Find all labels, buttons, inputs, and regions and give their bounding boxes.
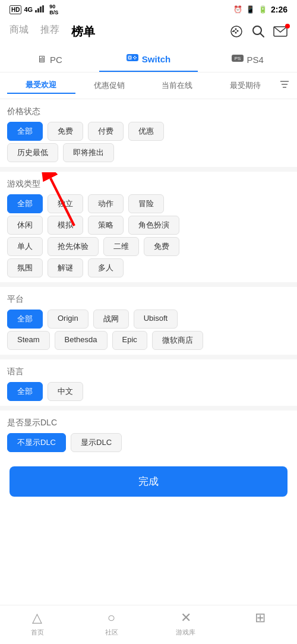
signal-bars xyxy=(35,5,47,14)
complete-button[interactable]: 完成 xyxy=(10,466,287,497)
filter-icon[interactable] xyxy=(279,80,290,91)
svg-rect-0 xyxy=(35,10,37,12)
svg-point-6 xyxy=(235,29,237,30)
platform-tag-microsoft[interactable]: 微软商店 xyxy=(152,331,203,350)
status-right: ⏰ 📱 🔋 2:26 xyxy=(233,5,287,14)
platform-tag-ubisoft[interactable]: Ubisoft xyxy=(134,310,178,329)
svg-rect-3 xyxy=(42,5,44,12)
gamepad-icon[interactable] xyxy=(229,26,244,40)
bottom-nav-community[interactable]: ○ 社区 xyxy=(74,610,148,637)
language-tag-chinese[interactable]: 中文 xyxy=(48,382,83,401)
game-type-rpg[interactable]: 角色扮演 xyxy=(128,216,179,235)
divider-4 xyxy=(0,406,297,411)
game-type-indie[interactable]: 独立 xyxy=(48,194,83,213)
filter-tab-online[interactable]: 当前在线 xyxy=(143,78,211,93)
language-tag-all[interactable]: 全部 xyxy=(7,382,43,401)
game-type-puzzle[interactable]: 解谜 xyxy=(48,258,83,277)
divider-1 xyxy=(0,167,297,172)
ps4-icon: PS xyxy=(232,53,244,65)
game-type-early-access[interactable]: 抢先体验 xyxy=(48,237,99,256)
price-tag-all[interactable]: 全部 xyxy=(7,122,43,141)
game-type-tags-row3: 单人 抢先体验 二维 免费 xyxy=(7,237,290,256)
bottom-nav-library-label: 游戏库 xyxy=(176,628,195,637)
dlc-on-button[interactable]: 显示DLC xyxy=(71,433,122,452)
time: 2:26 xyxy=(271,5,287,14)
game-type-tags-row1: 全部 独立 动作 冒险 xyxy=(7,194,290,213)
platform-tag-origin[interactable]: Origin xyxy=(48,310,89,329)
mail-badge xyxy=(285,24,290,29)
game-type-action[interactable]: 动作 xyxy=(88,194,124,213)
game-type-title: 游戏类型 xyxy=(7,172,290,194)
filter-tabs: 最受欢迎 优惠促销 当前在线 最受期待 xyxy=(0,72,297,99)
price-tag-coming-soon[interactable]: 即将推出 xyxy=(63,143,114,162)
game-type-2d[interactable]: 二维 xyxy=(103,237,139,256)
complete-button-area: 完成 xyxy=(0,459,297,504)
tab-bang-dan[interactable]: 榜单 xyxy=(71,24,95,42)
price-tag-free[interactable]: 免费 xyxy=(48,122,83,141)
platform-tag-battlenet[interactable]: 战网 xyxy=(93,310,129,329)
platform-tab-switch-label: Switch xyxy=(142,54,170,64)
battery: 🔋 xyxy=(258,5,267,14)
game-type-adventure[interactable]: 冒险 xyxy=(128,194,164,213)
game-type-casual[interactable]: 休闲 xyxy=(7,216,43,235)
game-type-all[interactable]: 全部 xyxy=(7,194,43,213)
svg-point-17 xyxy=(134,56,135,57)
dlc-title: 是否显示DLC xyxy=(7,411,290,433)
more-icon: ⊞ xyxy=(255,610,266,626)
divider-3 xyxy=(0,355,297,359)
tab-shang-cheng[interactable]: 商城 xyxy=(10,24,29,42)
svg-point-18 xyxy=(135,57,137,58)
price-tag-paid[interactable]: 付费 xyxy=(88,122,124,141)
bottom-nav-more[interactable]: ⊞ xyxy=(223,610,297,637)
svg-line-12 xyxy=(260,33,264,37)
bottom-nav-library[interactable]: ✕ 游戏库 xyxy=(148,610,223,637)
platform-tag-all[interactable]: 全部 xyxy=(7,310,43,329)
platform-tag-steam[interactable]: Steam xyxy=(7,331,50,350)
divider-2 xyxy=(0,282,297,287)
alarm-icon: ⏰ xyxy=(233,5,242,14)
game-type-simulation[interactable]: 模拟 xyxy=(48,216,83,235)
pc-icon: 🖥 xyxy=(37,54,46,65)
top-nav-icons xyxy=(229,25,287,41)
svg-point-7 xyxy=(237,30,239,32)
price-tag-discount[interactable]: 优惠 xyxy=(128,122,164,141)
filter-tab-sale[interactable]: 优惠促销 xyxy=(75,78,144,93)
platform-tab-pc-label: PC xyxy=(50,55,62,65)
svg-point-8 xyxy=(235,32,237,34)
switch-icon xyxy=(127,53,138,65)
search-icon[interactable] xyxy=(252,25,265,41)
platform-tab-ps4[interactable]: PS PS4 xyxy=(198,47,297,72)
filter-tab-anticipated[interactable]: 最受期待 xyxy=(211,78,280,93)
language-tags: 全部 中文 xyxy=(7,382,290,401)
game-type-tags-row2: 休闲 模拟 策略 角色扮演 xyxy=(7,216,290,235)
platform-tag-epic[interactable]: Epic xyxy=(112,331,147,350)
svg-point-19 xyxy=(134,58,135,59)
game-type-multiplayer[interactable]: 多人 xyxy=(88,258,124,277)
platform-tab-ps4-label: PS4 xyxy=(247,55,264,65)
top-nav-tabs: 商城 推荐 榜单 xyxy=(10,24,229,42)
screen-icon: 📱 xyxy=(246,5,255,14)
top-nav: 商城 推荐 榜单 xyxy=(0,19,297,47)
bottom-nav-home-label: 首页 xyxy=(31,628,44,637)
price-tag-lowest[interactable]: 历史最低 xyxy=(7,143,58,162)
platform-tab-switch[interactable]: Switch xyxy=(99,47,198,72)
mail-icon[interactable] xyxy=(273,26,287,40)
dlc-off-button[interactable]: 不显示DLC xyxy=(7,433,66,452)
hd-label: HD xyxy=(10,5,21,14)
platform-title: 平台 xyxy=(7,287,290,310)
game-type-atmosphere[interactable]: 氛围 xyxy=(7,258,43,277)
filter-tab-popular[interactable]: 最受欢迎 xyxy=(7,77,75,94)
platform-tag-bethesda[interactable]: Bethesda xyxy=(55,331,108,350)
tab-tui-jian[interactable]: 推荐 xyxy=(40,24,59,42)
home-icon: △ xyxy=(32,610,42,626)
bottom-nav-home[interactable]: △ 首页 xyxy=(0,610,74,637)
game-type-strategy[interactable]: 策略 xyxy=(88,216,124,235)
game-type-free[interactable]: 免费 xyxy=(144,237,179,256)
bottom-nav: △ 首页 ○ 社区 ✕ 游戏库 ⊞ xyxy=(0,605,297,644)
library-icon: ✕ xyxy=(181,610,191,626)
platform-tags-row1: 全部 Origin 战网 Ubisoft xyxy=(7,310,290,329)
platform-tab-pc[interactable]: 🖥 PC xyxy=(0,47,99,72)
svg-rect-2 xyxy=(40,7,42,12)
svg-point-20 xyxy=(133,57,134,58)
game-type-single[interactable]: 单人 xyxy=(7,237,43,256)
